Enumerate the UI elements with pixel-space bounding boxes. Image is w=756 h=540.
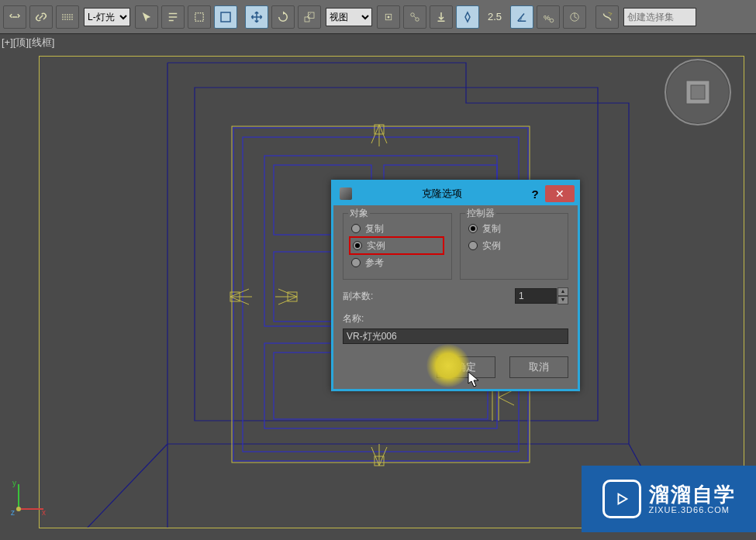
layers-icon[interactable] <box>56 5 79 29</box>
svg-text:z: z <box>11 508 15 517</box>
scale-icon[interactable] <box>298 5 321 29</box>
reference-coord-select[interactable]: 视图 <box>326 8 372 26</box>
watermark-logo-icon <box>602 480 641 518</box>
svg-text:x: x <box>42 508 46 517</box>
axis-gizmo: y x z <box>11 478 50 517</box>
spinner-down-icon[interactable]: ▼ <box>558 296 568 304</box>
window-crossing-icon[interactable] <box>214 5 237 29</box>
help-button[interactable]: ? <box>525 187 545 201</box>
watermark-sub: ZIXUE.3D66.COM <box>649 505 730 514</box>
radio-controller-copy[interactable]: 复制 <box>468 220 561 237</box>
viewport-label[interactable]: [+][顶][线框] <box>2 36 54 50</box>
watermark-main: 溜溜自学 <box>649 483 736 506</box>
move-icon[interactable] <box>245 5 268 29</box>
controller-group: 控制器 复制 实例 <box>460 213 569 280</box>
selection-set-input[interactable] <box>623 8 696 26</box>
svg-point-5 <box>388 15 390 18</box>
cancel-button[interactable]: 取消 <box>509 356 568 378</box>
svg-rect-0 <box>195 12 204 21</box>
use-pivot-icon[interactable] <box>377 5 400 29</box>
name-label: 名称: <box>343 312 568 325</box>
copies-input[interactable] <box>515 288 557 304</box>
keyboard-shortcut-icon[interactable] <box>430 5 453 29</box>
close-button[interactable]: ✕ <box>545 185 575 202</box>
named-selection-edit-icon[interactable] <box>595 5 619 29</box>
spinner-snap-icon[interactable] <box>563 5 586 29</box>
svg-marker-36 <box>618 494 627 504</box>
svg-rect-8 <box>438 20 445 22</box>
link-icon[interactable] <box>29 5 53 29</box>
snap-toggle-icon[interactable] <box>456 5 479 29</box>
svg-point-10 <box>550 19 554 22</box>
main-toolbar: L-灯光 视图 % <box>0 0 756 34</box>
svg-text:y: y <box>12 479 16 487</box>
spinner-up-icon[interactable]: ▲ <box>558 287 568 296</box>
spinner-value[interactable] <box>482 9 507 26</box>
radio-object-instance[interactable]: 实例 <box>350 237 444 254</box>
radio-object-reference[interactable]: 参考 <box>351 254 444 271</box>
selection-region-rect-icon[interactable] <box>188 5 211 29</box>
copies-row: 副本数: ▲ ▼ <box>343 287 568 304</box>
controller-group-label: 控制器 <box>465 207 496 220</box>
rotate-icon[interactable] <box>271 5 295 29</box>
watermark: 溜溜自学 ZIXUE.3D66.COM <box>582 466 756 532</box>
name-input[interactable] <box>343 328 568 344</box>
percent-snap-icon[interactable]: % <box>537 5 560 29</box>
angle-snap-icon[interactable] <box>510 5 533 29</box>
svg-rect-2 <box>305 17 309 22</box>
copies-label: 副本数: <box>343 290 389 303</box>
select-by-name-icon[interactable] <box>161 5 185 29</box>
unlink-icon[interactable] <box>3 5 26 29</box>
ok-button[interactable]: 确定 <box>437 356 495 378</box>
dialog-title: 克隆选项 <box>358 187 525 201</box>
select-manipulate-icon[interactable] <box>403 5 426 29</box>
svg-rect-1 <box>221 12 230 22</box>
dialog-titlebar[interactable]: 克隆选项 ? ✕ <box>333 182 578 205</box>
viewcube[interactable] <box>663 57 733 127</box>
copies-spinner[interactable]: ▲ ▼ <box>515 287 568 304</box>
svg-text:%: % <box>544 12 551 21</box>
svg-point-28 <box>16 507 21 511</box>
select-object-icon[interactable] <box>135 5 158 29</box>
object-group-label: 对象 <box>348 207 370 220</box>
clone-options-dialog: 克隆选项 ? ✕ 对象 复制 实例 参考 控制器 复制 <box>331 180 580 391</box>
object-group: 对象 复制 实例 参考 <box>343 213 452 280</box>
app-icon <box>340 187 352 200</box>
layer-select[interactable]: L-灯光 <box>84 8 130 26</box>
radio-object-copy[interactable]: 复制 <box>351 220 444 237</box>
svg-rect-35 <box>691 85 705 99</box>
radio-controller-instance[interactable]: 实例 <box>468 237 561 254</box>
